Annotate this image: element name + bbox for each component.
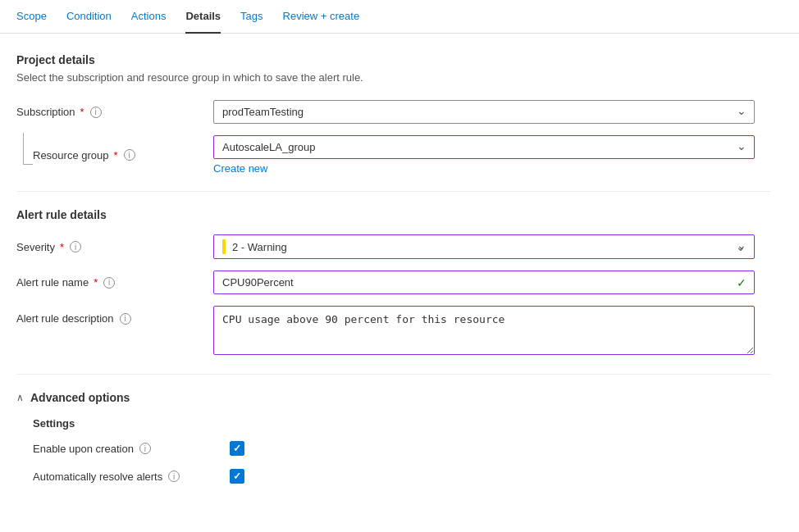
enable-upon-creation-label: Enable upon creation i <box>33 443 230 455</box>
subscription-row: Subscription * i prodTeamTesting <box>16 100 771 124</box>
subscription-select[interactable]: prodTeamTesting <box>213 100 755 124</box>
create-new-link[interactable]: Create new <box>213 162 755 175</box>
subscription-select-wrapper: prodTeamTesting <box>213 100 755 124</box>
enable-upon-creation-info-icon[interactable]: i <box>139 443 151 454</box>
severity-bar <box>222 239 226 254</box>
advanced-options-chevron-icon: ∧ <box>16 392 24 403</box>
nav-tabs: Scope Condition Actions Details Tags Rev… <box>0 0 799 34</box>
subscription-label: Subscription * i <box>16 106 213 118</box>
enable-upon-creation-row: Enable upon creation i <box>16 441 771 456</box>
tab-tags[interactable]: Tags <box>240 0 263 34</box>
enable-upon-creation-checkbox[interactable] <box>230 441 244 456</box>
resource-group-info-icon[interactable]: i <box>124 149 135 161</box>
project-details-desc: Select the subscription and resource gro… <box>16 71 771 84</box>
severity-chevron-icon: ⌄ <box>736 240 746 253</box>
severity-row: Severity * i 2 - Warning ⌄ <box>16 234 771 259</box>
main-content: Project details Select the subscription … <box>0 34 788 515</box>
auto-resolve-info-icon[interactable]: i <box>168 471 180 482</box>
severity-value: 2 - Warning <box>232 241 287 253</box>
subscription-info-icon[interactable]: i <box>90 107 102 118</box>
resource-group-select[interactable]: AutoscaleLA_group <box>213 135 755 159</box>
alert-rule-details-title: Alert rule details <box>16 208 771 221</box>
resource-group-row: Resource group * i AutoscaleLA_group Cre… <box>16 135 771 175</box>
alert-rule-name-info-icon[interactable]: i <box>103 277 115 289</box>
severity-select-wrapper: 2 - Warning ⌄ <box>213 234 755 259</box>
severity-label: Severity * i <box>16 241 213 253</box>
auto-resolve-checkbox[interactable] <box>230 469 244 484</box>
alert-rule-name-wrapper: ✓ <box>213 271 755 294</box>
alert-rule-description-input[interactable]: CPU usage above 90 percent for this reso… <box>213 306 755 355</box>
resource-group-label: Resource group * i <box>16 149 213 161</box>
alert-rule-description-label: Alert rule description i <box>16 306 213 325</box>
severity-info-icon[interactable]: i <box>70 241 81 252</box>
alert-rule-description-info-icon[interactable]: i <box>120 313 131 325</box>
tab-condition[interactable]: Condition <box>66 0 112 34</box>
alert-rule-description-row: Alert rule description i CPU usage above… <box>16 306 771 357</box>
project-details-title: Project details <box>16 53 771 66</box>
alert-rule-name-input[interactable] <box>213 271 755 294</box>
tab-actions[interactable]: Actions <box>131 0 167 34</box>
divider-2 <box>16 374 771 375</box>
divider-1 <box>16 191 771 192</box>
advanced-options-header[interactable]: ∧ Advanced options <box>16 391 771 404</box>
alert-rule-name-label: Alert rule name * i <box>16 276 213 289</box>
auto-resolve-row: Automatically resolve alerts i <box>16 469 771 484</box>
resource-group-select-wrapper: AutoscaleLA_group <box>213 135 755 159</box>
tab-details[interactable]: Details <box>185 0 221 34</box>
tab-review-create[interactable]: Review + create <box>283 0 360 34</box>
advanced-options-title: Advanced options <box>30 391 130 404</box>
tab-scope[interactable]: Scope <box>16 0 47 34</box>
auto-resolve-label: Automatically resolve alerts i <box>33 471 230 483</box>
alert-rule-name-row: Alert rule name * i ✓ <box>16 271 771 294</box>
alert-rule-name-valid-icon: ✓ <box>737 276 746 289</box>
settings-label: Settings <box>16 417 771 430</box>
